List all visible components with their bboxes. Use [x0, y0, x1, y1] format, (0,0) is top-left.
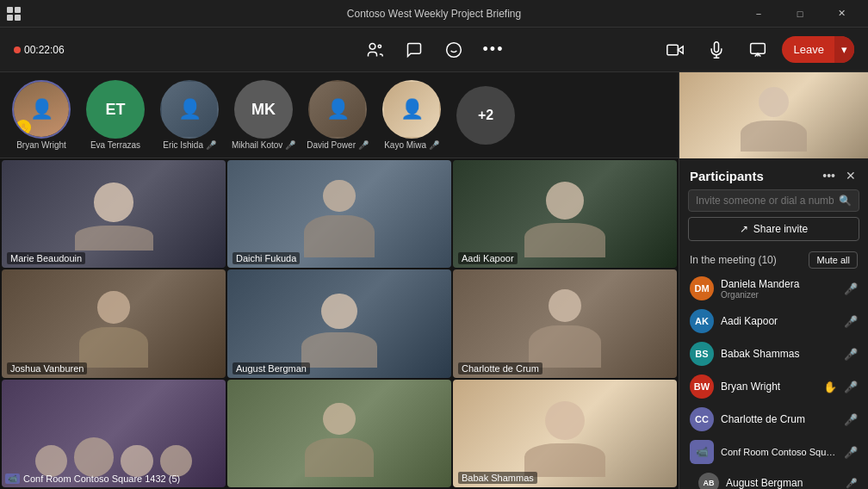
participant-avatar-aadi: AK — [690, 309, 714, 333]
thumb-avatar-eric: 👤 — [160, 80, 219, 139]
maximize-button[interactable]: □ — [780, 0, 820, 28]
participant-row-babak[interactable]: BS Babak Shammas 🎤 — [685, 337, 863, 370]
participant-hand-bryan: ✋ — [823, 381, 837, 393]
participant-info-charlotte: Charlotte de Crum — [721, 413, 837, 425]
more-participants-badge: +2 — [456, 86, 515, 145]
participants-list: DM Daniela Mandera Organizer 🎤 AK Aadi K… — [679, 272, 868, 489]
participant-info-babak: Babak Shammas — [721, 348, 837, 360]
participant-mic-babak: 🎤 — [844, 348, 858, 361]
thumb-name-kayo: Kayo Miwa 🎤 — [384, 140, 439, 150]
participant-name-august: August Bergman — [726, 477, 839, 489]
participant-avatar-august: AB — [698, 473, 719, 489]
chat-button[interactable] — [397, 33, 431, 67]
leave-chevron[interactable]: ▾ — [834, 36, 854, 63]
minimize-button[interactable]: − — [739, 0, 778, 28]
thumb-mikhail-kotov[interactable]: MK Mikhail Kotov 🎤 — [229, 80, 298, 150]
participant-avatar-daniela: DM — [690, 276, 714, 300]
participant-row-bryan[interactable]: BW Bryan Wright ✋ 🎤 — [685, 370, 863, 403]
participant-row-daniela[interactable]: DM Daniela Mandera Organizer 🎤 — [685, 272, 863, 305]
presenter-view — [679, 72, 868, 158]
share-icon: ↗ — [740, 223, 748, 235]
participant-name-babak: Babak Shammas — [721, 348, 837, 360]
title-bar-left — [7, 7, 21, 21]
participant-avatar-bryan: BW — [690, 374, 714, 399]
video-cell-marie: Marie Beaudouin — [2, 160, 226, 268]
share-screen-button[interactable] — [741, 33, 775, 67]
participant-avatar-babak: BS — [690, 342, 714, 366]
people-button[interactable] — [357, 33, 392, 67]
main-content: 👤 ✋ Bryan Wright ET Eva Terrazas 👤 Eric … — [0, 72, 868, 489]
participant-mic-daniela: 🎤 — [844, 282, 858, 295]
panel-actions: ••• ✕ — [821, 167, 858, 184]
thumb-kayo-miwa[interactable]: 👤 Kayo Miwa 🎤 — [377, 80, 446, 150]
panel-title: Participants — [690, 169, 764, 183]
panel-close-button[interactable]: ✕ — [844, 167, 858, 184]
participant-name-aadi: Aadi Kapoor — [721, 315, 837, 327]
in-meeting-header: In the meeting (10) Mute all — [679, 248, 868, 272]
video-name-august: August Bergman — [232, 362, 310, 374]
search-input[interactable] — [696, 195, 834, 207]
thumb-avatar-bryan: 👤 ✋ — [12, 80, 71, 139]
thumb-name-mikhail: Mikhail Kotov 🎤 — [232, 140, 295, 150]
thumb-eva-terrazas[interactable]: ET Eva Terrazas — [81, 80, 150, 150]
share-invite-button[interactable]: ↗ Share invite — [688, 217, 859, 241]
participant-mic-confroom: 🎤 — [844, 446, 858, 459]
participant-mic-august: 🎤 — [846, 478, 858, 489]
right-panel: Participants ••• ✕ 🔍 ↗ Share invite In t… — [679, 72, 868, 489]
video-cell-charlotte: Charlotte de Crum — [453, 269, 677, 377]
video-name-marie: Marie Beaudouin — [7, 252, 85, 264]
camera-toggle-button[interactable] — [658, 33, 692, 67]
video-cell-joshua: Joshua Vanburen — [2, 269, 226, 377]
video-name-confroom: Conf Room Contoso Square 1432 (5) — [23, 474, 180, 484]
leave-label: Leave — [794, 43, 824, 56]
video-cell-aadi: Aadi Kapoor — [453, 160, 677, 268]
participant-info-aadi: Aadi Kapoor — [721, 315, 837, 327]
participant-mic-aadi: 🎤 — [844, 315, 858, 328]
leave-button[interactable]: Leave ▾ — [782, 36, 854, 63]
participant-name-confroom: Conf Room Contoso Square 14... — [721, 447, 837, 457]
participant-row-confroom[interactable]: 📹 Conf Room Contoso Square 14... 🎤 — [685, 436, 863, 468]
video-name-babak: Babak Shammas — [458, 472, 537, 484]
svg-point-0 — [369, 43, 375, 49]
panel-more-button[interactable]: ••• — [821, 167, 837, 184]
toolbar-right-buttons: Leave ▾ — [658, 33, 854, 67]
participant-row-charlotte[interactable]: CC Charlotte de Crum 🎤 — [685, 403, 863, 436]
participant-row-august[interactable]: AB August Bergman 🎤 — [685, 468, 863, 489]
thumb-name-bryan: Bryan Wright — [16, 140, 66, 150]
participant-avatar-confroom: 📹 — [690, 440, 714, 464]
svg-point-1 — [378, 45, 381, 47]
thumb-avatar-kayo: 👤 — [382, 80, 441, 139]
participant-info-confroom: Conf Room Contoso Square 14... — [721, 447, 837, 457]
meeting-toolbar: 00:22:06 ••• — [0, 28, 868, 72]
panel-header: Participants ••• ✕ — [679, 158, 868, 189]
in-meeting-label: In the meeting (10) — [690, 254, 777, 266]
thumb-bryan-wright[interactable]: 👤 ✋ Bryan Wright — [7, 80, 76, 150]
search-bar[interactable]: 🔍 — [688, 189, 859, 212]
thumb-david-power[interactable]: 👤 David Power 🎤 — [303, 80, 372, 150]
search-icon: 🔍 — [839, 195, 852, 207]
share-invite-label: Share invite — [753, 223, 808, 235]
app-grid-icon[interactable] — [7, 7, 21, 21]
thumb-avatar-david: 👤 — [308, 80, 367, 139]
thumb-eric-ishida[interactable]: 👤 Eric Ishida 🎤 — [155, 80, 224, 150]
mic-toggle-button[interactable] — [699, 33, 734, 67]
window-controls: − □ ✕ — [739, 0, 861, 28]
recording-timer: 00:22:06 — [14, 44, 65, 56]
participant-avatar-charlotte: CC — [690, 407, 714, 431]
thumb-more[interactable]: +2 — [451, 86, 520, 145]
more-actions-button[interactable]: ••• — [476, 33, 511, 67]
participant-mic-bryan: 🎤 — [844, 381, 858, 393]
participant-role-daniela: Organizer — [721, 290, 837, 300]
reactions-button[interactable] — [437, 33, 471, 67]
thumb-avatar-eva: ET — [86, 80, 145, 139]
mute-all-button[interactable]: Mute all — [809, 251, 858, 269]
participant-name-daniela: Daniela Mandera — [721, 278, 837, 290]
participant-row-aadi[interactable]: AK Aadi Kapoor 🎤 — [685, 305, 863, 337]
hand-raise-icon: ✋ — [16, 120, 31, 135]
thumb-avatar-mikhail: MK — [234, 80, 293, 139]
participant-info-daniela: Daniela Mandera Organizer — [721, 278, 837, 300]
participant-mic-charlotte: 🎤 — [844, 413, 858, 426]
video-cell-confroom: 📹 Conf Room Contoso Square 1432 (5) — [2, 380, 226, 487]
close-button[interactable]: ✕ — [822, 0, 861, 28]
participant-name-bryan: Bryan Wright — [721, 381, 816, 393]
